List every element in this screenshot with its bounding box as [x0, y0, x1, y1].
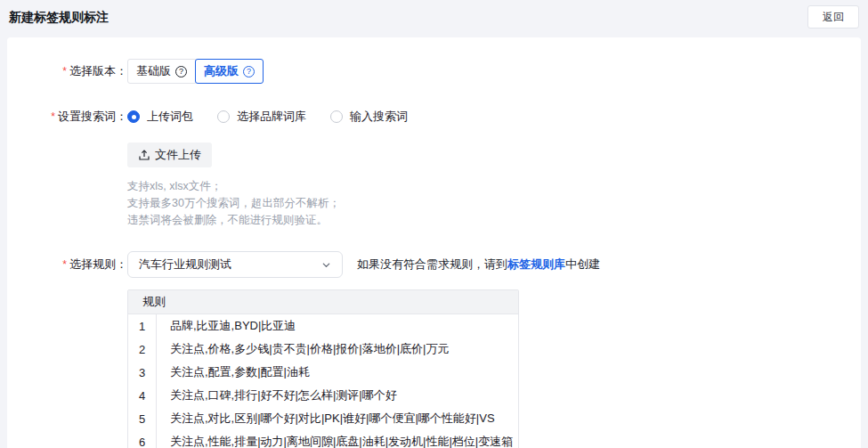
back-button-label: 返回: [823, 10, 844, 25]
form-card: *选择版本： 基础版 ? 高级版 ? *设置搜索词： 上传词包 选择品牌词库: [7, 37, 861, 448]
row-rule: 品牌,比亚迪,BYD|比亚迪: [156, 318, 296, 334]
search-words-row: *设置搜索词： 上传词包 选择品牌词库 输入搜索词: [7, 109, 861, 125]
row-rule: 关注点,性能,排量|动力|离地间隙|底盘|油耗|发动机|性能|档位|变速箱: [156, 434, 513, 448]
top-bar: 新建标签规则标注 返回: [0, 0, 868, 37]
chevron-down-icon: [321, 260, 331, 270]
tip-line: 支持xls, xlsx文件；: [127, 178, 861, 195]
back-button[interactable]: 返回: [807, 5, 859, 29]
radio-selected-icon: [127, 110, 140, 123]
upload-area: 文件上传: [127, 143, 861, 167]
version-option-basic-label: 基础版: [136, 63, 171, 79]
row-rule: 关注点,价格,多少钱|贵不贵|价格|报价|落地价|底价|万元: [156, 341, 450, 357]
rule-select[interactable]: 汽车行业规则测试: [127, 251, 343, 278]
required-mark: *: [62, 258, 67, 271]
upload-tips: 支持xls, xlsx文件； 支持最多30万个搜索词，超出部分不解析； 违禁词将…: [127, 178, 861, 229]
version-option-advanced-label: 高级版: [204, 63, 239, 79]
table-row: 4 关注点,口碑,排行|好不好|怎么样|测评|哪个好: [128, 384, 518, 407]
page-title: 新建标签规则标注: [9, 10, 109, 26]
search-words-radio-group: 上传词包 选择品牌词库 输入搜索词: [127, 109, 432, 125]
table-row: 1 品牌,比亚迪,BYD|比亚迪: [128, 314, 518, 338]
file-upload-label: 文件上传: [155, 147, 201, 163]
radio-brand-lexicon[interactable]: 选择品牌词库: [217, 109, 306, 125]
row-index: 4: [128, 389, 156, 403]
rule-label: *选择规则：: [7, 257, 127, 273]
row-rule: 关注点,配置,参数|配置|油耗: [156, 364, 310, 380]
help-icon[interactable]: ?: [243, 66, 255, 77]
file-upload-button[interactable]: 文件上传: [127, 143, 212, 167]
version-button-group: 基础版 ? 高级版 ?: [127, 59, 264, 84]
tip-line: 支持最多30万个搜索词，超出部分不解析；: [127, 195, 861, 212]
version-row: *选择版本： 基础版 ? 高级版 ?: [7, 59, 861, 84]
table-row: 2 关注点,价格,多少钱|贵不贵|价格|报价|落地价|底价|万元: [128, 338, 518, 361]
radio-input-keywords[interactable]: 输入搜索词: [330, 109, 408, 125]
row-index: 2: [128, 343, 156, 356]
rule-hint: 如果没有符合需求规则，请到标签规则库中创建: [357, 257, 600, 273]
rule-table: 规则 1 品牌,比亚迪,BYD|比亚迪 2 关注点,价格,多少钱|贵不贵|价格|…: [127, 289, 519, 448]
search-words-label: *设置搜索词：: [7, 109, 127, 125]
radio-upload-wordpack[interactable]: 上传词包: [127, 109, 193, 125]
table-row: 3 关注点,配置,参数|配置|油耗: [128, 361, 518, 384]
row-index: 1: [128, 320, 156, 333]
rule-hint-suffix: 中创建: [565, 257, 600, 271]
rule-select-value: 汽车行业规则测试: [139, 257, 231, 273]
rule-table-body: 1 品牌,比亚迪,BYD|比亚迪 2 关注点,价格,多少钱|贵不贵|价格|报价|…: [128, 314, 518, 448]
table-row: 6 关注点,性能,排量|动力|离地间隙|底盘|油耗|发动机|性能|档位|变速箱: [128, 430, 518, 448]
table-row: 5 关注点,对比,区别|哪个好|对比|PK|谁好|哪个便宜|哪个性能好|VS: [128, 407, 518, 430]
required-mark: *: [51, 110, 55, 123]
upload-arrow-icon: [138, 149, 150, 161]
tip-line: 违禁词将会被删除，不能进行规则验证。: [127, 212, 861, 229]
row-rule: 关注点,对比,区别|哪个好|对比|PK|谁好|哪个便宜|哪个性能好|VS: [156, 411, 495, 427]
version-label: *选择版本：: [7, 63, 127, 79]
rule-table-header: 规则: [128, 290, 518, 314]
row-rule: 关注点,口碑,排行|好不好|怎么样|测评|哪个好: [156, 387, 397, 403]
radio-unselected-icon: [330, 110, 343, 123]
radio-unselected-icon: [217, 110, 230, 123]
help-icon[interactable]: ?: [175, 66, 187, 77]
row-index: 5: [128, 412, 156, 426]
row-index: 6: [128, 436, 156, 448]
rule-hint-prefix: 如果没有符合需求规则，请到: [357, 257, 507, 271]
rule-row: *选择规则： 汽车行业规则测试 如果没有符合需求规则，请到标签规则库中创建: [7, 251, 861, 278]
version-option-basic[interactable]: 基础版 ?: [127, 59, 196, 84]
rule-library-link[interactable]: 标签规则库: [507, 257, 565, 271]
required-mark: *: [62, 65, 67, 77]
version-option-advanced[interactable]: 高级版 ?: [195, 59, 264, 84]
row-index: 3: [128, 366, 156, 379]
